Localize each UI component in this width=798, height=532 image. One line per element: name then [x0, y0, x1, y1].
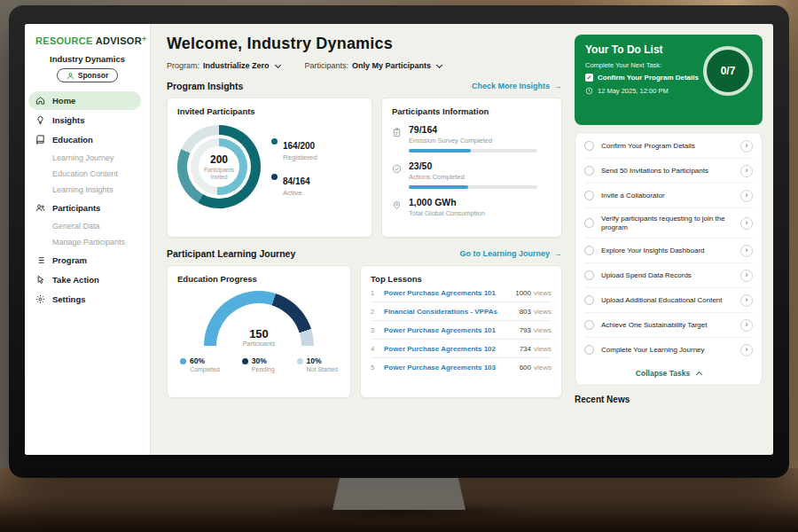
task-checkbox[interactable]: [584, 345, 594, 355]
sidebar-item-participants[interactable]: Participants: [25, 199, 150, 217]
sidebar-item-take-action[interactable]: Take Action: [25, 270, 150, 289]
insights-cards-row: Invited Participants 200 Participants In…: [167, 98, 562, 238]
participants-select-label: Participants:: [305, 61, 349, 70]
home-icon: [35, 96, 45, 106]
lesson-link[interactable]: Power Purchase Agreements 102: [384, 345, 513, 353]
chevron-down-icon: [274, 61, 280, 67]
todo-due-label: 12 May 2025, 12:00 PM: [598, 87, 669, 95]
gear-icon: [35, 294, 45, 304]
task-row[interactable]: Complete Your Learning Journey ›: [584, 338, 753, 362]
sidebar-item-learning-journey[interactable]: Learning Journey: [25, 150, 150, 166]
progress-bar: [409, 149, 537, 153]
education-progress-card: Education Progress 150 Participants 60% …: [167, 265, 351, 398]
sidebar-item-education[interactable]: Education: [25, 130, 150, 149]
task-open-icon[interactable]: ›: [740, 217, 753, 230]
sidebar-item-insights[interactable]: Insights: [25, 111, 150, 129]
sidebar-item-label: Participants: [52, 203, 100, 213]
lesson-row[interactable]: 1 Power Purchase Agreements 101 1000view…: [371, 284, 552, 302]
lesson-link[interactable]: Power Purchase Agreements 103: [384, 364, 513, 372]
section-title: Participant Learning Journey: [167, 248, 295, 259]
resource-advisor-logo: RESOURCE ADVISOR+: [25, 33, 150, 46]
task-row[interactable]: Achieve One Sustainability Target ›: [584, 313, 753, 338]
lesson-row[interactable]: 4 Power Purchase Agreements 102 734views: [371, 340, 552, 358]
person-icon: [66, 72, 74, 80]
task-open-icon[interactable]: ›: [740, 190, 753, 202]
sponsor-badge[interactable]: Sponsor: [57, 68, 118, 82]
collapse-tasks-link[interactable]: Collapse Tasks: [584, 362, 753, 385]
go-to-learning-journey-link[interactable]: Go to Learning Journey →: [459, 249, 562, 258]
card-title: Participants Information: [392, 106, 552, 116]
task-row[interactable]: Confirm Your Program Details ›: [584, 134, 753, 159]
legend-value: 60%: [190, 356, 220, 365]
task-checkbox[interactable]: [584, 191, 594, 200]
gauge-center-label: Participants: [204, 340, 314, 346]
learning-cards-row: Education Progress 150 Participants 60% …: [167, 265, 562, 398]
legend-value: 84/164: [283, 176, 310, 186]
legend-label: Registered: [283, 153, 317, 161]
task-row[interactable]: Send 50 Invitations to Participants ›: [584, 159, 753, 184]
lesson-row[interactable]: 5 Power Purchase Agreements 103 600views: [371, 358, 552, 376]
task-checkbox[interactable]: [584, 218, 594, 228]
task-open-icon[interactable]: ›: [740, 344, 753, 356]
program-select-label: Program:: [167, 61, 200, 70]
info-row: 1,000 GWh Total Global Consumption: [392, 197, 552, 222]
lesson-link[interactable]: Power Purchase Agreements 101: [384, 289, 509, 297]
invited-participants-card: Invited Participants 200 Participants In…: [167, 98, 372, 238]
lesson-link[interactable]: Power Purchase Agreements 101: [384, 326, 513, 334]
sidebar-item-learning-insights[interactable]: Learning Insights: [25, 182, 150, 198]
legend-value: 30%: [252, 356, 275, 365]
lesson-row[interactable]: 2 Financial Considerations - VPPAs 803vi…: [371, 302, 552, 321]
task-checkbox[interactable]: [584, 246, 594, 255]
learning-journey-header: Participant Learning Journey Go to Learn…: [167, 248, 562, 259]
participants-select[interactable]: Participants: Only My Participants: [305, 61, 442, 70]
lesson-link[interactable]: Financial Considerations - VPPAs: [384, 308, 513, 316]
lesson-rank: 4: [371, 345, 378, 353]
sidebar-item-manage-participants[interactable]: Manage Participants: [25, 234, 150, 250]
location-pin-icon: [392, 198, 402, 222]
task-row[interactable]: Explore Your Insights Dashboard ›: [584, 239, 753, 263]
program-select[interactable]: Program: Industrialize Zero: [167, 61, 280, 70]
legend-item: 60% Completed: [180, 356, 220, 372]
todo-summary-card: Your To Do List Complete Your Next Task:…: [575, 35, 763, 125]
sidebar-item-program[interactable]: Program: [25, 251, 150, 270]
pointer-icon: [35, 275, 45, 285]
link-label: Go to Learning Journey: [459, 249, 550, 258]
sidebar-item-home[interactable]: Home: [28, 91, 141, 110]
task-checkbox[interactable]: [584, 166, 594, 176]
legend-item: 10% Not Started: [297, 356, 338, 372]
info-label: Actions Completed: [409, 173, 537, 181]
task-open-icon[interactable]: ›: [740, 245, 753, 257]
checkbox-icon[interactable]: ✓: [585, 74, 593, 82]
task-checkbox[interactable]: [584, 320, 594, 330]
task-open-icon[interactable]: ›: [740, 319, 753, 332]
task-checkbox[interactable]: [584, 141, 594, 151]
check-circle-icon: [392, 161, 402, 189]
sidebar-item-general-data[interactable]: General Data: [25, 218, 150, 234]
arrow-right-icon: →: [554, 249, 562, 258]
task-row[interactable]: Upload Spend Data Records ›: [584, 263, 753, 288]
education-gauge-chart: 150 Participants: [204, 291, 314, 346]
task-open-icon[interactable]: ›: [740, 165, 753, 177]
task-checkbox[interactable]: [584, 295, 594, 305]
task-row[interactable]: Invite a Collaborator ›: [584, 184, 753, 208]
task-open-icon[interactable]: ›: [740, 140, 753, 153]
logo-resource: RESOURCE: [35, 35, 93, 46]
chevron-up-icon: [696, 372, 702, 378]
check-more-insights-link[interactable]: Check More Insights →: [472, 82, 562, 90]
legend-dot: [271, 138, 278, 145]
task-open-icon[interactable]: ›: [740, 294, 753, 307]
task-open-icon[interactable]: ›: [740, 270, 753, 282]
info-value: 23/50: [409, 160, 537, 171]
lesson-views: 600views: [520, 364, 552, 372]
lesson-rank: 1: [371, 289, 378, 297]
sidebar-item-education-content[interactable]: Education Content: [25, 166, 150, 182]
task-row[interactable]: Verify participants requesting to join t…: [584, 208, 753, 239]
sidebar-item-settings[interactable]: Settings: [25, 290, 150, 309]
todo-next-task[interactable]: ✓ Confirm Your Program Details: [585, 74, 708, 82]
lesson-row[interactable]: 3 Power Purchase Agreements 101 793views: [371, 321, 552, 340]
legend-item: 84/164 Active: [271, 172, 317, 197]
task-checkbox[interactable]: [584, 270, 594, 280]
donut-legend: 164/200 Registered 84/164 Active: [271, 137, 317, 197]
task-row[interactable]: Upload Additional Educational Content ›: [584, 288, 753, 313]
main-content: Welcome, Industry Dynamics Program: Indu…: [151, 24, 575, 455]
